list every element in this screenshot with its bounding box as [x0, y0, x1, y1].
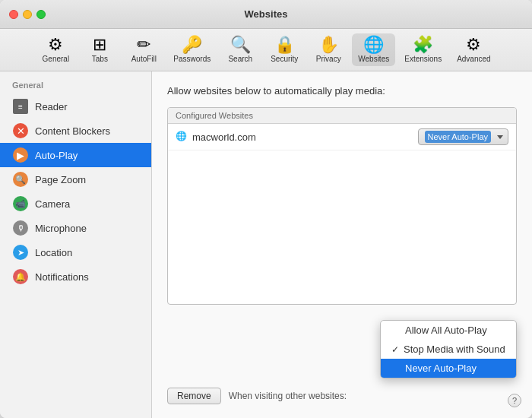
table-row: 🌐 macworld.com Never Auto-Play: [168, 124, 516, 150]
microphone-icon: 🎙: [12, 220, 29, 236]
sidebar-item-reader[interactable]: ≡ Reader: [0, 94, 151, 119]
dropdown-item-stop-media-label: Stop Media with Sound: [404, 344, 505, 355]
toolbar-item-passwords[interactable]: 🔑 Passwords: [167, 33, 217, 66]
maximize-button[interactable]: [36, 10, 46, 19]
help-button[interactable]: ?: [508, 394, 521, 407]
passwords-icon: 🔑: [182, 36, 202, 53]
toolbar-label-security: Security: [271, 55, 298, 63]
content-area: General ≡ Reader ✕ Content Blockers ▶ Au…: [0, 71, 532, 418]
toolbar-item-search[interactable]: 🔍 Search: [220, 33, 261, 66]
bottom-description: When visiting other websites:: [229, 391, 517, 401]
sidebar-item-location[interactable]: ➤ Location: [0, 240, 151, 264]
general-icon: ⚙: [48, 36, 63, 53]
website-setting-label: Never Auto-Play: [425, 131, 491, 143]
sidebar-label-page-zoom: Page Zoom: [35, 174, 86, 185]
main-panel: Allow websites below to automatically pl…: [152, 71, 532, 418]
help-label: ?: [512, 396, 517, 405]
toolbar-label-websites: Websites: [358, 55, 389, 63]
location-icon: ➤: [12, 244, 29, 261]
toolbar-item-advanced[interactable]: ⚙ Advanced: [451, 33, 496, 66]
advanced-icon: ⚙: [466, 36, 481, 53]
sidebar: General ≡ Reader ✕ Content Blockers ▶ Au…: [0, 71, 152, 418]
traffic-lights: [9, 10, 46, 19]
main-description: Allow websites below to automatically pl…: [167, 85, 517, 97]
sidebar-item-content-blockers[interactable]: ✕ Content Blockers: [0, 119, 151, 143]
dropdown-item-never-auto-play-label: Never Auto-Play: [405, 363, 477, 374]
toolbar-item-websites[interactable]: 🌐 Websites: [352, 33, 395, 66]
sidebar-label-content-blockers: Content Blockers: [35, 125, 110, 137]
select-arrow-icon: [497, 135, 503, 139]
toolbar-item-tabs[interactable]: ⊞ Tabs: [79, 33, 120, 66]
toolbar-label-privacy: Privacy: [316, 55, 341, 63]
website-favicon: 🌐: [176, 131, 188, 143]
privacy-icon: ✋: [318, 36, 339, 53]
dropdown-item-allow-all-label: Allow All Auto-Play: [405, 325, 487, 336]
sidebar-label-camera: Camera: [35, 198, 70, 210]
toolbar-item-extensions[interactable]: 🧩 Extensions: [398, 33, 448, 66]
camera-icon: 📹: [12, 195, 29, 212]
sidebar-label-reader: Reader: [35, 101, 68, 112]
toolbar-label-tabs: Tabs: [92, 55, 108, 63]
sidebar-label-auto-play: Auto-Play: [35, 150, 78, 161]
toolbar-item-privacy[interactable]: ✋ Privacy: [308, 33, 349, 66]
minimize-button[interactable]: [23, 10, 32, 19]
website-setting-select[interactable]: Never Auto-Play: [418, 128, 508, 145]
toolbar-label-autofill: AutoFill: [131, 55, 157, 63]
websites-icon: 🌐: [363, 36, 384, 53]
toolbar-item-autofill[interactable]: ✏ AutoFill: [123, 33, 164, 66]
tabs-icon: ⊞: [93, 36, 106, 53]
sidebar-item-page-zoom[interactable]: 🔍 Page Zoom: [0, 167, 151, 192]
toolbar-label-passwords: Passwords: [173, 55, 211, 63]
toolbar-item-security[interactable]: 🔒 Security: [264, 33, 305, 66]
page-zoom-icon: 🔍: [12, 171, 29, 188]
toolbar: ⚙ General ⊞ Tabs ✏ AutoFill 🔑 Passwords …: [0, 29, 532, 71]
toolbar-label-advanced: Advanced: [457, 55, 490, 63]
preferences-window: Websites ⚙ General ⊞ Tabs ✏ AutoFill 🔑 P…: [0, 0, 532, 418]
sidebar-item-camera[interactable]: 📹 Camera: [0, 192, 151, 216]
security-icon: 🔒: [274, 36, 295, 53]
sidebar-label-microphone: Microphone: [35, 223, 87, 234]
close-button[interactable]: [9, 10, 18, 19]
auto-play-icon: ▶: [12, 147, 29, 163]
notifications-icon: 🔔: [12, 268, 29, 285]
window-title: Websites: [245, 8, 288, 20]
toolbar-label-general: General: [43, 55, 70, 63]
sidebar-section-title: General: [0, 81, 151, 94]
titlebar: Websites: [0, 0, 532, 29]
remove-button[interactable]: Remove: [167, 388, 221, 404]
toolbar-label-extensions: Extensions: [404, 55, 442, 63]
search-icon: 🔍: [230, 36, 251, 53]
sidebar-item-notifications[interactable]: 🔔 Notifications: [0, 264, 151, 289]
sidebar-label-notifications: Notifications: [35, 271, 89, 283]
dropdown-item-allow-all[interactable]: Allow All Auto-Play: [381, 321, 516, 340]
configured-websites-box: Configured Websites 🌐 macworld.com Never…: [167, 107, 517, 305]
extensions-icon: 🧩: [413, 36, 433, 53]
sidebar-item-microphone[interactable]: 🎙 Microphone: [0, 216, 151, 240]
toolbar-item-general[interactable]: ⚙ General: [35, 33, 76, 66]
sidebar-label-location: Location: [35, 247, 72, 258]
bottom-bar: Remove When visiting other websites:: [167, 388, 517, 404]
dropdown-menu: Allow All Auto-Play Stop Media with Soun…: [380, 320, 517, 378]
configured-websites-header: Configured Websites: [168, 108, 516, 124]
dropdown-item-never-auto-play[interactable]: Never Auto-Play: [381, 359, 516, 378]
website-name: macworld.com: [192, 131, 418, 143]
content-blockers-icon: ✕: [12, 122, 29, 139]
dropdown-item-stop-media[interactable]: Stop Media with Sound: [381, 340, 516, 359]
toolbar-label-search: Search: [228, 55, 252, 63]
sidebar-item-auto-play[interactable]: ▶ Auto-Play: [0, 143, 151, 167]
reader-icon: ≡: [12, 98, 29, 115]
autofill-icon: ✏: [137, 36, 150, 53]
